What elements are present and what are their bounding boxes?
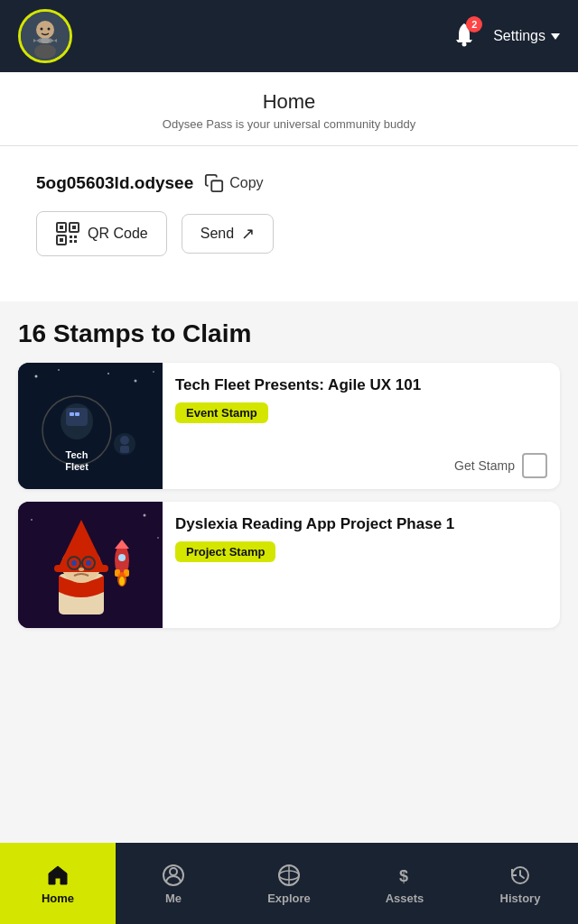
stamp-card-2: Dyslexia Reading App Project Phase 1 Pro… — [18, 502, 560, 628]
svg-point-6 — [41, 28, 43, 31]
svg-point-49 — [79, 568, 84, 571]
main-content: 5og05603ld.odysee Copy — [0, 146, 578, 301]
stamp-checkbox-1[interactable] — [522, 453, 547, 478]
nav-assets-label: Assets — [386, 892, 424, 905]
stamps-title: 16 Stamps to Claim — [18, 319, 560, 348]
nav-history[interactable]: History — [462, 843, 578, 924]
address-text: 5og05603ld.odysee — [36, 173, 193, 193]
settings-button[interactable]: Settings — [493, 28, 560, 44]
svg-point-8 — [462, 42, 467, 47]
page-subtitle: Odysee Pass is your universal community … — [14, 117, 564, 131]
svg-point-48 — [86, 560, 91, 566]
svg-text:$: $ — [399, 867, 408, 885]
stamp-thumbnail-2 — [18, 502, 163, 628]
stamp-thumbnail-1: Tech Fleet — [18, 363, 163, 489]
svg-rect-17 — [74, 236, 77, 238]
svg-rect-28 — [66, 408, 88, 426]
nav-home-label: Home — [42, 892, 74, 905]
assets-icon: $ — [392, 863, 417, 888]
stamp-info-1: Tech Fleet Presents: Agile UX 101 Event … — [163, 363, 560, 489]
svg-point-47 — [71, 560, 77, 566]
avatar[interactable] — [18, 9, 72, 63]
nav-history-label: History — [500, 892, 541, 905]
svg-point-22 — [58, 369, 60, 371]
svg-point-58 — [170, 868, 177, 875]
svg-text:Fleet: Fleet — [65, 461, 89, 472]
copy-button[interactable]: Copy — [204, 173, 263, 193]
stamps-section: 16 Stamps to Claim Tech — [0, 301, 578, 650]
nav-explore[interactable]: Explore — [231, 843, 347, 924]
svg-point-38 — [144, 514, 146, 517]
stamp-card: Tech Fleet Tech Fleet Presents: Agile UX… — [18, 363, 560, 489]
svg-point-54 — [118, 554, 126, 561]
svg-point-5 — [34, 44, 56, 59]
bottom-nav: Home Me Explore $ Assets History — [0, 843, 578, 924]
notification-bell[interactable]: 2 — [450, 20, 479, 52]
explore-icon — [276, 863, 302, 888]
event-badge-1: Event Stamp — [175, 402, 268, 423]
svg-rect-11 — [60, 226, 63, 229]
page-title-area: Home Odysee Pass is your universal commu… — [0, 72, 578, 146]
notification-count: 2 — [466, 16, 482, 32]
svg-rect-19 — [74, 240, 77, 243]
svg-point-24 — [153, 371, 154, 373]
svg-rect-9 — [212, 180, 223, 191]
svg-rect-29 — [70, 412, 74, 416]
address-row: 5og05603ld.odysee Copy — [36, 173, 542, 193]
nav-me-label: Me — [165, 892, 182, 905]
svg-text:Tech: Tech — [66, 449, 89, 460]
svg-rect-16 — [70, 236, 72, 238]
app-header: 2 Settings — [0, 0, 578, 72]
svg-point-34 — [120, 436, 129, 445]
svg-point-21 — [35, 375, 38, 378]
svg-point-25 — [107, 373, 109, 374]
nav-me[interactable]: Me — [116, 843, 231, 924]
project-badge-2: Project Stamp — [175, 541, 275, 562]
stamp-name-2: Dyslexia Reading App Project Phase 1 — [175, 514, 547, 534]
svg-point-39 — [157, 537, 159, 539]
nav-explore-label: Explore — [267, 892, 311, 905]
qr-code-icon — [55, 221, 80, 246]
copy-icon — [204, 173, 224, 193]
svg-rect-30 — [75, 412, 79, 416]
page-title: Home — [14, 90, 564, 114]
svg-rect-13 — [72, 226, 76, 229]
send-arrow-icon: ↗ — [241, 224, 255, 244]
me-icon — [161, 863, 186, 888]
header-right: 2 Settings — [450, 20, 560, 52]
stamp-name-1: Tech Fleet Presents: Agile UX 101 — [175, 375, 547, 395]
svg-rect-18 — [70, 240, 72, 243]
nav-home[interactable]: Home — [0, 843, 116, 924]
get-stamp-label-1: Get Stamp — [454, 458, 515, 473]
svg-point-37 — [31, 519, 33, 521]
action-row: QR Code Send ↗ — [36, 211, 542, 256]
nav-assets[interactable]: $ Assets — [347, 843, 462, 924]
svg-point-56 — [119, 577, 125, 586]
chevron-down-icon — [551, 33, 560, 40]
svg-rect-15 — [60, 238, 63, 242]
history-icon — [508, 863, 533, 888]
home-icon — [45, 863, 70, 888]
stamp-info-2: Dyslexia Reading App Project Phase 1 Pro… — [163, 502, 560, 628]
svg-rect-35 — [120, 446, 129, 453]
svg-point-1 — [36, 21, 54, 39]
get-stamp-row-1: Get Stamp — [175, 453, 547, 478]
qr-code-button[interactable]: QR Code — [36, 211, 167, 256]
svg-rect-4 — [41, 38, 50, 43]
svg-point-7 — [48, 28, 51, 31]
svg-point-23 — [135, 380, 137, 383]
send-button[interactable]: Send ↗ — [182, 214, 274, 254]
